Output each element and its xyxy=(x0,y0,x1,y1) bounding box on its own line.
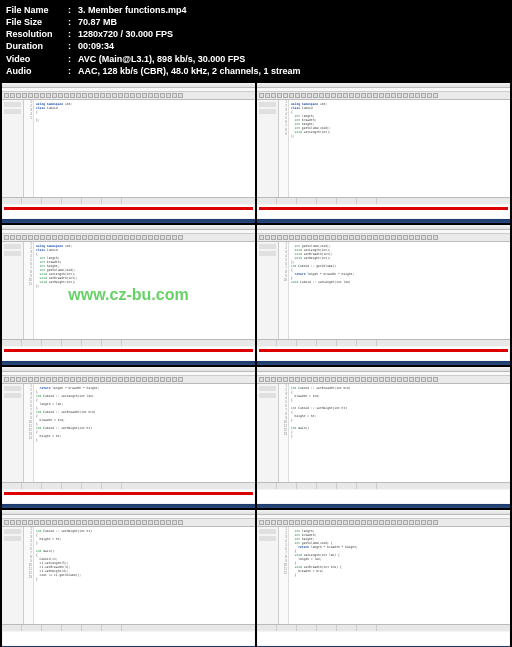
toolbar-button[interactable] xyxy=(118,235,123,240)
toolbar-button[interactable] xyxy=(271,377,276,382)
toolbar-button[interactable] xyxy=(265,377,270,382)
toolbar-button[interactable] xyxy=(385,520,390,525)
toolbar-button[interactable] xyxy=(403,520,408,525)
sidebar-item[interactable] xyxy=(259,536,276,541)
code-editor[interactable]: 1234567891011121314 return length * brea… xyxy=(24,384,255,481)
toolbar-button[interactable] xyxy=(331,93,336,98)
toolbar-button[interactable] xyxy=(58,93,63,98)
toolbar-button[interactable] xyxy=(313,235,318,240)
toolbar-button[interactable] xyxy=(130,520,135,525)
toolbar-button[interactable] xyxy=(361,377,366,382)
toolbar-button[interactable] xyxy=(385,377,390,382)
toolbar-button[interactable] xyxy=(46,520,51,525)
toolbar-button[interactable] xyxy=(319,235,324,240)
toolbar-button[interactable] xyxy=(148,520,153,525)
sidebar-item[interactable] xyxy=(259,393,276,398)
toolbar-button[interactable] xyxy=(415,520,420,525)
toolbar-button[interactable] xyxy=(136,377,141,382)
toolbar-button[interactable] xyxy=(277,377,282,382)
toolbar-button[interactable] xyxy=(82,520,87,525)
panel-tab[interactable] xyxy=(42,340,62,346)
toolbar-button[interactable] xyxy=(391,93,396,98)
toolbar-button[interactable] xyxy=(295,520,300,525)
toolbar-button[interactable] xyxy=(271,520,276,525)
toolbar-button[interactable] xyxy=(178,520,183,525)
toolbar-button[interactable] xyxy=(40,377,45,382)
toolbar-button[interactable] xyxy=(166,235,171,240)
toolbar-button[interactable] xyxy=(277,520,282,525)
toolbar-button[interactable] xyxy=(283,520,288,525)
toolbar-button[interactable] xyxy=(367,520,372,525)
toolbar-button[interactable] xyxy=(178,93,183,98)
toolbar-button[interactable] xyxy=(331,520,336,525)
sidebar-item[interactable] xyxy=(4,536,21,541)
toolbar-button[interactable] xyxy=(70,520,75,525)
toolbar-button[interactable] xyxy=(421,93,426,98)
toolbar-button[interactable] xyxy=(367,235,372,240)
toolbar-button[interactable] xyxy=(22,93,27,98)
toolbar-button[interactable] xyxy=(142,377,147,382)
panel-tab[interactable] xyxy=(317,625,337,631)
toolbar-button[interactable] xyxy=(421,235,426,240)
toolbar-button[interactable] xyxy=(106,377,111,382)
toolbar-button[interactable] xyxy=(415,235,420,240)
toolbar-button[interactable] xyxy=(22,235,27,240)
panel-tab[interactable] xyxy=(297,483,317,489)
toolbar-button[interactable] xyxy=(58,235,63,240)
toolbar-button[interactable] xyxy=(421,520,426,525)
toolbar-button[interactable] xyxy=(307,93,312,98)
toolbar-button[interactable] xyxy=(130,377,135,382)
toolbar-button[interactable] xyxy=(277,93,282,98)
panel-tab[interactable] xyxy=(277,340,297,346)
code-area[interactable]: int Cuboid :: setHeight(int ht){ height … xyxy=(34,527,255,624)
toolbar-button[interactable] xyxy=(283,93,288,98)
toolbar-button[interactable] xyxy=(70,93,75,98)
sidebar-item[interactable] xyxy=(4,393,21,398)
toolbar-button[interactable] xyxy=(409,93,414,98)
toolbar-button[interactable] xyxy=(106,520,111,525)
toolbar-button[interactable] xyxy=(160,377,165,382)
toolbar-button[interactable] xyxy=(106,235,111,240)
panel-tab[interactable] xyxy=(297,625,317,631)
toolbar-button[interactable] xyxy=(259,93,264,98)
toolbar-button[interactable] xyxy=(433,93,438,98)
panel-tab[interactable] xyxy=(317,483,337,489)
toolbar-button[interactable] xyxy=(265,93,270,98)
sidebar-item[interactable] xyxy=(4,386,21,391)
toolbar-button[interactable] xyxy=(34,93,39,98)
toolbar-button[interactable] xyxy=(409,520,414,525)
toolbar-button[interactable] xyxy=(337,377,342,382)
toolbar-button[interactable] xyxy=(166,377,171,382)
toolbar-button[interactable] xyxy=(16,93,21,98)
toolbar-button[interactable] xyxy=(355,520,360,525)
toolbar-button[interactable] xyxy=(112,377,117,382)
toolbar-button[interactable] xyxy=(118,93,123,98)
toolbar-button[interactable] xyxy=(295,377,300,382)
toolbar-button[interactable] xyxy=(391,520,396,525)
toolbar-button[interactable] xyxy=(433,377,438,382)
panel-tab[interactable] xyxy=(317,340,337,346)
toolbar-button[interactable] xyxy=(136,520,141,525)
toolbar-button[interactable] xyxy=(325,235,330,240)
panel-tab[interactable] xyxy=(357,483,377,489)
toolbar-button[interactable] xyxy=(4,520,9,525)
toolbar-button[interactable] xyxy=(70,377,75,382)
panel-tab[interactable] xyxy=(42,483,62,489)
toolbar-button[interactable] xyxy=(16,520,21,525)
toolbar-button[interactable] xyxy=(172,235,177,240)
panel-tab[interactable] xyxy=(82,625,102,631)
code-area[interactable]: int getVolume(void); void setLength(int)… xyxy=(289,242,510,339)
sidebar-item[interactable] xyxy=(259,251,276,256)
sidebar-item[interactable] xyxy=(259,102,276,107)
code-area[interactable]: using namespace std;class Cuboid{}; xyxy=(34,100,255,197)
sidebar-item[interactable] xyxy=(259,386,276,391)
toolbar-button[interactable] xyxy=(265,520,270,525)
toolbar-button[interactable] xyxy=(52,93,57,98)
sidebar-item[interactable] xyxy=(259,244,276,249)
panel-tab[interactable] xyxy=(357,340,377,346)
toolbar-button[interactable] xyxy=(349,93,354,98)
toolbar-button[interactable] xyxy=(136,93,141,98)
toolbar-button[interactable] xyxy=(289,520,294,525)
toolbar-button[interactable] xyxy=(307,520,312,525)
toolbar-button[interactable] xyxy=(4,377,9,382)
